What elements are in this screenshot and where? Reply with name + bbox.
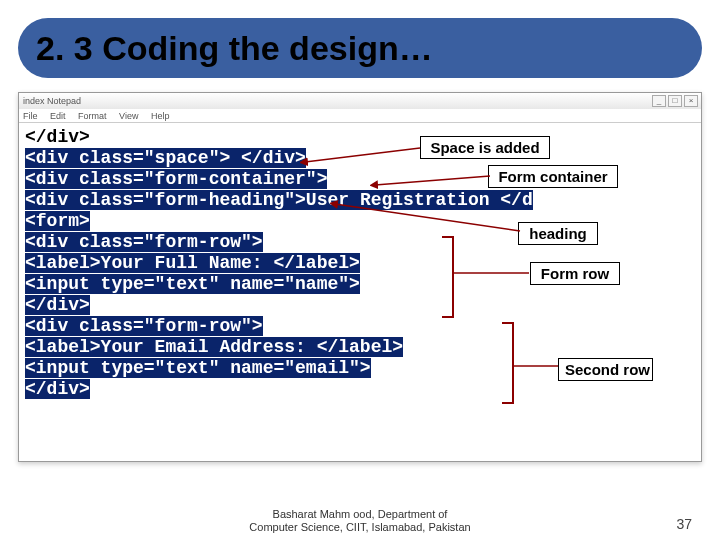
window-title: index Notepad	[23, 93, 81, 109]
footer-line-1: Basharat Mahm ood, Department of	[249, 508, 470, 521]
footer-text: Basharat Mahm ood, Department of Compute…	[249, 508, 470, 534]
window-titlebar: index Notepad _ □ ×	[19, 93, 701, 109]
window-buttons: _ □ ×	[650, 95, 698, 107]
code-line-10: <div class="form‐row">	[25, 316, 695, 337]
footer-line-2: Computer Science, CIIT, Islamabad, Pakis…	[249, 521, 470, 534]
bracket-row1	[442, 236, 454, 318]
menu-edit[interactable]: Edit	[50, 111, 66, 121]
callout-heading: heading	[518, 222, 598, 245]
menu-view[interactable]: View	[119, 111, 138, 121]
close-button[interactable]: ×	[684, 95, 698, 107]
code-line-9: </div>	[25, 295, 695, 316]
code-line-11: <label>Your Email Address: </label>	[25, 337, 695, 358]
menu-help[interactable]: Help	[151, 111, 170, 121]
callout-row2: Second row	[558, 358, 653, 381]
maximize-button[interactable]: □	[668, 95, 682, 107]
minimize-button[interactable]: _	[652, 95, 666, 107]
callout-row1: Form row	[530, 262, 620, 285]
callout-space: Space is added	[420, 136, 550, 159]
page-number: 37	[676, 516, 692, 532]
bracket-row2	[502, 322, 514, 404]
callout-container: Form container	[488, 165, 618, 188]
menu-bar: File Edit Format View Help	[19, 109, 701, 123]
menu-file[interactable]: File	[23, 111, 38, 121]
slide-title-container: 2. 3 Coding the design…	[18, 18, 702, 78]
footer: Basharat Mahm ood, Department of Compute…	[0, 508, 720, 534]
code-line-13: </div>	[25, 379, 695, 400]
code-line-4: <div class="form-heading">User Registrat…	[25, 190, 695, 211]
code-line-1: </div>	[25, 127, 695, 148]
menu-format[interactable]: Format	[78, 111, 107, 121]
slide-title: 2. 3 Coding the design…	[36, 29, 433, 68]
